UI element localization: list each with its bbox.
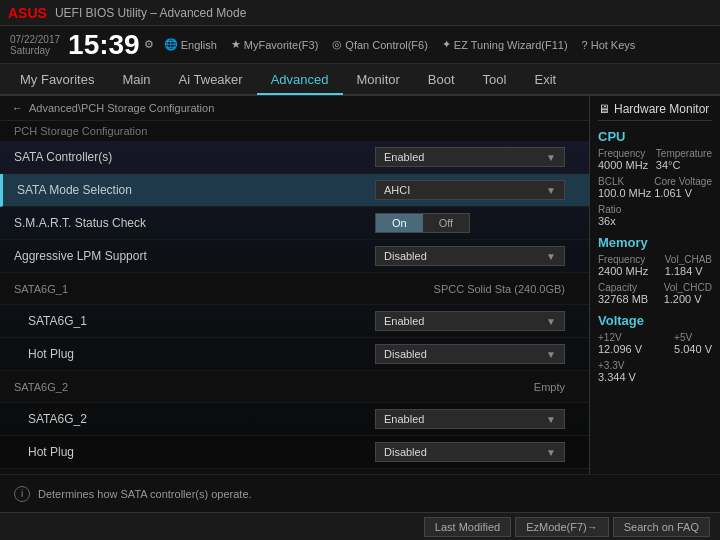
mem-freq-volchab-row: Frequency 2400 MHz Vol_CHAB 1.184 V bbox=[598, 254, 712, 279]
sata-controller-value: Enabled bbox=[384, 151, 424, 163]
last-modified-btn[interactable]: Last Modified bbox=[424, 517, 511, 537]
lpm-row: Aggressive LPM Support Disabled ▼ bbox=[0, 240, 589, 273]
sata-controller-control: Enabled ▼ bbox=[375, 147, 575, 167]
chevron-down-icon: ▼ bbox=[546, 414, 556, 425]
mem-freq-col: Frequency 2400 MHz bbox=[598, 254, 648, 279]
sata6g1-hotplug-value: Disabled bbox=[384, 348, 427, 360]
cpu-freq-value: 4000 MHz bbox=[598, 159, 648, 171]
sata6g1-hotplug-row: Hot Plug Disabled ▼ bbox=[0, 338, 589, 371]
hw-monitor-title: Hardware Monitor bbox=[614, 102, 709, 116]
eztuning-btn[interactable]: ✦ EZ Tuning Wizard(F11) bbox=[442, 38, 568, 51]
nav-advanced[interactable]: Advanced bbox=[257, 65, 343, 95]
mem-volchd-label: Vol_CHCD bbox=[664, 282, 712, 293]
sata6g2-hotplug-control: Disabled ▼ bbox=[375, 442, 575, 462]
nav-tool[interactable]: Tool bbox=[469, 64, 521, 94]
sata-controller-row: SATA Controller(s) Enabled ▼ bbox=[0, 141, 589, 174]
breadcrumb: ← Advanced\PCH Storage Configuration bbox=[0, 96, 589, 121]
date-line1: 07/22/2017 bbox=[10, 34, 60, 45]
chevron-down-icon: ▼ bbox=[546, 251, 556, 262]
breadcrumb-path: Advanced\PCH Storage Configuration bbox=[29, 102, 214, 114]
sata-mode-row: SATA Mode Selection AHCI ▼ bbox=[0, 174, 589, 207]
globe-icon: 🌐 bbox=[164, 38, 178, 51]
sata6g2-info: Empty bbox=[290, 381, 576, 393]
cpu-ratio-col: Ratio 36x bbox=[598, 204, 621, 229]
volt-12-5-row: +12V 12.096 V +5V 5.040 V bbox=[598, 332, 712, 357]
smart-label: S.M.A.R.T. Status Check bbox=[14, 216, 375, 230]
hw-monitor: 🖥 Hardware Monitor CPU Frequency 4000 MH… bbox=[590, 96, 720, 474]
cpu-ratio-row: Ratio 36x bbox=[598, 204, 712, 229]
sata6g2-enabled-control: Enabled ▼ bbox=[375, 409, 575, 429]
cpu-bclk-col: BCLK 100.0 MHz bbox=[598, 176, 651, 201]
date-section: 07/22/2017 Saturday bbox=[10, 34, 60, 56]
cpu-freq-temp-row: Frequency 4000 MHz Temperature 34°C bbox=[598, 148, 712, 173]
cpu-bclk-volt-row: BCLK 100.0 MHz Core Voltage 1.061 V bbox=[598, 176, 712, 201]
sata6g2-enabled-value: Enabled bbox=[384, 413, 424, 425]
nav-ai-tweaker[interactable]: Ai Tweaker bbox=[165, 64, 257, 94]
lpm-dropdown[interactable]: Disabled ▼ bbox=[375, 246, 565, 266]
hotkeys-btn[interactable]: ? Hot Keys bbox=[582, 39, 636, 51]
sata6g2-hotplug-label: Hot Plug bbox=[28, 445, 375, 459]
sata6g2-hotplug-dropdown[interactable]: Disabled ▼ bbox=[375, 442, 565, 462]
gear-icon: ⚙ bbox=[144, 38, 154, 51]
date-line2: Saturday bbox=[10, 45, 60, 56]
nav-menu: My Favorites Main Ai Tweaker Advanced Mo… bbox=[0, 64, 720, 96]
section-label: PCH Storage Configuration bbox=[0, 121, 589, 141]
mem-cap-volchd-row: Capacity 32768 MB Vol_CHCD 1.200 V bbox=[598, 282, 712, 307]
info-icon: i bbox=[14, 486, 30, 502]
mem-volchab-col: Vol_CHAB 1.184 V bbox=[665, 254, 712, 279]
sata6g1-enabled-value: Enabled bbox=[384, 315, 424, 327]
language-selector[interactable]: 🌐 English bbox=[164, 38, 217, 51]
sata6g2-hotplug-row: Hot Plug Disabled ▼ bbox=[0, 436, 589, 469]
cpu-temp-value: 34°C bbox=[656, 159, 712, 171]
sata-controller-dropdown[interactable]: Enabled ▼ bbox=[375, 147, 565, 167]
status-bar: Last Modified EzMode(F7)→ Search on FAQ bbox=[0, 512, 720, 540]
cpu-volt-value: 1.061 V bbox=[654, 187, 712, 199]
hotkeys-label: Hot Keys bbox=[591, 39, 636, 51]
sata-mode-value: AHCI bbox=[384, 184, 410, 196]
nav-monitor[interactable]: Monitor bbox=[343, 64, 414, 94]
sata6g2-header-label: SATA6G_2 bbox=[14, 381, 290, 393]
nav-my-favorites[interactable]: My Favorites bbox=[6, 64, 108, 94]
cpu-temp-col: Temperature 34°C bbox=[656, 148, 712, 173]
main-layout: ← Advanced\PCH Storage Configuration PCH… bbox=[0, 96, 720, 474]
lpm-label: Aggressive LPM Support bbox=[14, 249, 375, 263]
sata-mode-dropdown[interactable]: AHCI ▼ bbox=[375, 180, 565, 200]
mem-cap-col: Capacity 32768 MB bbox=[598, 282, 648, 307]
sata6g1-enabled-dropdown[interactable]: Enabled ▼ bbox=[375, 311, 565, 331]
fan-icon: ◎ bbox=[332, 38, 342, 51]
nav-main[interactable]: Main bbox=[108, 64, 164, 94]
key-icon: ? bbox=[582, 39, 588, 51]
nav-boot[interactable]: Boot bbox=[414, 64, 469, 94]
myfavorites-btn[interactable]: ★ MyFavorite(F3) bbox=[231, 38, 319, 51]
content-area: ← Advanced\PCH Storage Configuration PCH… bbox=[0, 96, 590, 474]
mem-volchab-label: Vol_CHAB bbox=[665, 254, 712, 265]
smart-on-btn[interactable]: On bbox=[376, 214, 423, 232]
sata-mode-control: AHCI ▼ bbox=[375, 180, 575, 200]
nav-exit[interactable]: Exit bbox=[520, 64, 570, 94]
cpu-bclk-value: 100.0 MHz bbox=[598, 187, 651, 199]
wand-icon: ✦ bbox=[442, 38, 451, 51]
qfan-btn[interactable]: ◎ Qfan Control(F6) bbox=[332, 38, 428, 51]
search-faq-btn[interactable]: Search on FAQ bbox=[613, 517, 710, 537]
sata6g1-hotplug-dropdown[interactable]: Disabled ▼ bbox=[375, 344, 565, 364]
eztuning-label: EZ Tuning Wizard(F11) bbox=[454, 39, 568, 51]
sata6g1-hotplug-label: Hot Plug bbox=[28, 347, 375, 361]
sata6g3-header-row: SATA6G_3 Empty bbox=[0, 469, 589, 474]
info-bar: i Determines how SATA controller(s) oper… bbox=[0, 474, 720, 512]
sata6g2-enabled-dropdown[interactable]: Enabled ▼ bbox=[375, 409, 565, 429]
mem-freq-value: 2400 MHz bbox=[598, 265, 648, 277]
mem-freq-label: Frequency bbox=[598, 254, 648, 265]
back-button[interactable]: ← bbox=[12, 102, 23, 114]
sata6g1-enabled-label: SATA6G_1 bbox=[28, 314, 375, 328]
mem-cap-value: 32768 MB bbox=[598, 293, 648, 305]
hw-monitor-header: 🖥 Hardware Monitor bbox=[598, 102, 712, 121]
chevron-down-icon: ▼ bbox=[546, 349, 556, 360]
ezmode-btn[interactable]: EzMode(F7)→ bbox=[515, 517, 609, 537]
v33-label: +3.3V bbox=[598, 360, 636, 371]
smart-off-btn[interactable]: Off bbox=[423, 214, 469, 232]
chevron-down-icon: ▼ bbox=[546, 152, 556, 163]
v33-col: +3.3V 3.344 V bbox=[598, 360, 636, 385]
mem-cap-label: Capacity bbox=[598, 282, 648, 293]
lpm-control: Disabled ▼ bbox=[375, 246, 575, 266]
sata6g1-header-row: SATA6G_1 SPCC Solid Sta (240.0GB) bbox=[0, 273, 589, 305]
